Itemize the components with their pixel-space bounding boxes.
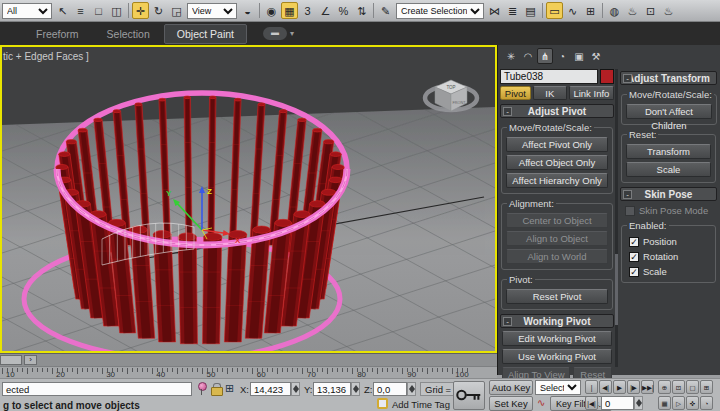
mirror-icon[interactable]: ⋈ <box>486 2 503 19</box>
ribbon-minimize-icon[interactable]: ▬ <box>263 27 287 40</box>
adjust-pivot-rollout-header[interactable]: - Adjust Pivot <box>500 104 614 118</box>
align-icon[interactable]: ≣ <box>504 2 521 19</box>
select-object-icon[interactable]: ↖ <box>54 2 71 19</box>
rotation-checkbox[interactable]: ✓ <box>629 252 639 262</box>
angle-snap-icon[interactable]: ∠ <box>317 2 334 19</box>
select-and-move-icon[interactable]: ✛ <box>132 2 149 19</box>
next-frame-button[interactable]: |▶ <box>627 380 640 394</box>
key-mode-toggle[interactable]: |◀| <box>585 396 598 410</box>
current-frame-field[interactable]: 0 <box>601 396 634 410</box>
set-key-button[interactable]: Set Key <box>489 396 533 411</box>
auto-key-button[interactable]: Auto Key <box>489 380 533 395</box>
ribbon-tab-selection[interactable]: Selection <box>93 24 164 44</box>
selection-region-icon[interactable]: □ <box>90 2 107 19</box>
field-of-view-icon[interactable]: ▷ <box>672 396 685 410</box>
maximize-viewport-icon[interactable]: ⊞ <box>700 380 713 394</box>
zoom-region-icon[interactable]: ▢ <box>686 380 699 394</box>
modify-tab[interactable]: ◠ <box>520 48 536 64</box>
y-coordinate-field[interactable]: 13,136 <box>313 382 351 396</box>
time-slider-handle[interactable] <box>0 355 22 365</box>
curve-editor-icon[interactable]: ∿ <box>564 2 581 19</box>
collapse-icon[interactable]: - <box>503 107 512 116</box>
reset-pivot-button[interactable]: Reset Pivot <box>506 289 608 304</box>
zoom-extents-icon[interactable]: ⊡ <box>672 380 685 394</box>
goto-start-button[interactable]: |◀◀ <box>585 380 598 394</box>
collapse-icon[interactable]: - <box>503 317 512 326</box>
play-button[interactable]: ▶ <box>613 380 626 394</box>
ribbon-toggle-icon[interactable]: ▭ <box>546 2 563 19</box>
time-slider[interactable]: › <box>0 353 497 366</box>
scrollbar-thumb[interactable] <box>615 254 618 326</box>
select-and-rotate-icon[interactable]: ↻ <box>150 2 167 19</box>
selection-lock-icon[interactable] <box>211 382 221 395</box>
reset-scale-button[interactable]: Scale <box>626 162 711 177</box>
zoom-icon[interactable]: ⊕ <box>658 380 671 394</box>
skin-pose-rollout-header[interactable]: - Skin Pose <box>620 187 717 201</box>
working-pivot-rollout-header[interactable]: - Working Pivot <box>500 314 614 328</box>
pivot-mode-button[interactable]: Pivot <box>500 86 531 100</box>
snaps-toggle-icon[interactable]: ▦ <box>281 2 298 19</box>
reference-coordinate-dropdown[interactable]: View <box>187 3 237 19</box>
key-filters-curve-icon[interactable]: ∿ <box>537 397 545 408</box>
viewcube-top-label[interactable]: TOP <box>446 85 455 90</box>
collapse-icon[interactable]: - <box>623 74 632 83</box>
use-working-pivot-button[interactable]: Use Working Pivot <box>502 349 611 364</box>
z-coordinate-field[interactable]: 0,0 <box>373 382 407 396</box>
material-editor-icon[interactable]: ◍ <box>606 2 623 19</box>
affect-pivot-only-button[interactable]: Affect Pivot Only <box>506 137 608 152</box>
chevron-down-icon[interactable]: ▾ <box>290 29 294 38</box>
affect-hierarchy-only-button[interactable]: Affect Hierarchy Only <box>506 173 608 188</box>
x-coordinate-field[interactable]: 14,423 <box>250 382 291 396</box>
ik-mode-button[interactable]: IK <box>533 86 567 100</box>
viewport[interactable]: TOP FRONT Y Z X tic + Edged Faces ] <box>0 45 497 353</box>
utilities-tab[interactable]: ⚒ <box>588 48 604 64</box>
ribbon-tab-freeform[interactable]: Freeform <box>22 24 93 44</box>
panel-scrollbar[interactable] <box>615 69 618 367</box>
adjust-transform-rollout-header[interactable]: - Adjust Transform <box>620 71 717 85</box>
viewcube-front-label[interactable]: FRONT <box>452 101 466 105</box>
select-and-scale-icon[interactable]: ◲ <box>168 2 185 19</box>
x-spinner[interactable] <box>291 382 300 396</box>
rendered-frame-icon[interactable]: ⊡ <box>642 2 659 19</box>
use-center-icon[interactable]: ◉ <box>263 2 280 19</box>
z-spinner[interactable] <box>407 382 416 396</box>
spinner-snap-icon[interactable]: ⇅ <box>353 2 370 19</box>
schematic-view-icon[interactable]: ⊞ <box>582 2 599 19</box>
keyboard-override-icon[interactable]: ✎ <box>377 2 394 19</box>
render-setup-icon[interactable]: ♨ <box>624 2 641 19</box>
align-to-world-button[interactable]: Align to World <box>506 249 608 264</box>
skin-pose-mode-checkbox[interactable] <box>625 206 635 216</box>
isolate-pin-icon[interactable] <box>197 382 206 395</box>
window-crossing-icon[interactable]: ◫ <box>108 2 125 19</box>
display-tab[interactable]: ▣ <box>571 48 587 64</box>
affect-object-only-button[interactable]: Affect Object Only <box>506 155 608 170</box>
position-checkbox[interactable]: ✓ <box>629 237 639 247</box>
add-time-tag-label[interactable]: Add Time Tag <box>392 399 450 410</box>
reset-transform-button[interactable]: Transform <box>626 144 711 159</box>
align-to-object-button[interactable]: Align to Object <box>506 231 608 246</box>
selection-filter-dropdown[interactable]: All <box>2 3 52 19</box>
scale-checkbox[interactable]: ✓ <box>629 267 639 277</box>
hierarchy-tab[interactable]: ⋔ <box>537 48 553 64</box>
set-keys-button[interactable] <box>453 381 485 410</box>
select-by-name-icon[interactable]: ≡ <box>72 2 89 19</box>
key-selection-dropdown[interactable]: Selected <box>535 380 581 395</box>
select-and-place-icon[interactable]: ◒ <box>239 2 256 19</box>
ribbon-tab-object-paint[interactable]: Object Paint <box>164 24 247 44</box>
named-selection-sets-dropdown[interactable]: Create Selection Se <box>396 3 484 19</box>
create-tab[interactable]: ✳ <box>503 48 519 64</box>
render-production-icon[interactable]: ♨ <box>660 2 677 19</box>
viewport-canvas[interactable]: TOP FRONT Y Z X tic + Edged Faces ] <box>2 47 495 351</box>
pan-view-icon[interactable]: ✜ <box>686 396 699 410</box>
prev-frame-button[interactable]: ◀| <box>599 380 612 394</box>
collapse-icon[interactable]: - <box>623 190 632 199</box>
absolute-mode-icon[interactable]: ⊞ <box>225 382 234 395</box>
y-spinner[interactable] <box>351 382 360 396</box>
track-bar[interactable]: 102030405060708090100 <box>0 366 497 378</box>
snap-3d-icon[interactable]: 3 <box>299 2 316 19</box>
status-selection-field[interactable]: ected <box>2 382 192 396</box>
percent-snap-icon[interactable]: % <box>335 2 352 19</box>
edit-working-pivot-button[interactable]: Edit Working Pivot <box>502 331 611 346</box>
object-color-swatch[interactable] <box>600 69 614 84</box>
frame-spinner[interactable] <box>634 396 643 410</box>
